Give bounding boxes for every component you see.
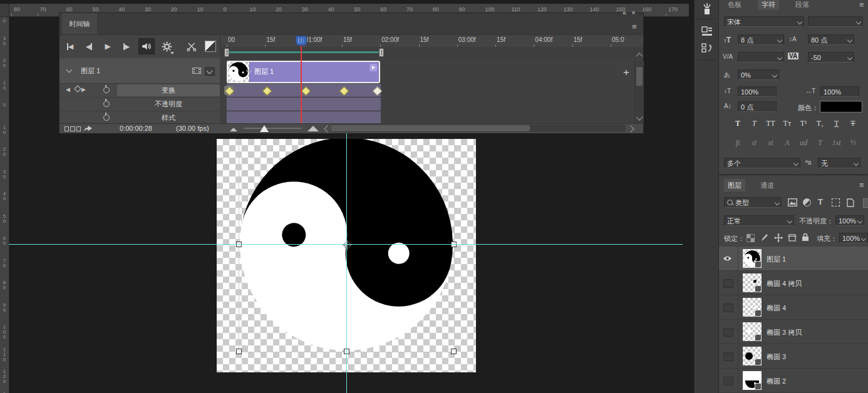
brush-panel-icon[interactable]	[700, 2, 715, 17]
go-to-first-frame-button[interactable]: ◀	[62, 38, 78, 54]
timeline-ruler[interactable]: 0015f01:00f15f02:00f15f03:00f15f04:00f15…	[220, 34, 643, 48]
tab-channels[interactable]: 通道	[757, 179, 778, 191]
video-clip[interactable]: 图层 1	[227, 61, 380, 83]
split-at-playhead-button[interactable]	[183, 38, 200, 54]
transform-handle-bottom-right[interactable]	[451, 349, 457, 354]
layer-row[interactable]: 图层 1	[719, 247, 868, 271]
scrollbar-thumb[interactable]	[636, 67, 643, 86]
opentype-feature-button[interactable]: T	[812, 138, 827, 148]
all-caps-button[interactable]: TT	[763, 119, 778, 128]
language-select[interactable]: 多个	[724, 158, 800, 168]
work-area-start-handle[interactable]	[224, 48, 229, 57]
underline-button[interactable]: T	[829, 119, 844, 128]
collapse-icon[interactable]: «	[623, 9, 631, 16]
faux-bold-button[interactable]: T	[730, 119, 745, 128]
convert-to-frame-animation-button[interactable]	[65, 126, 81, 131]
character-panel-menu-icon[interactable]: ≡	[859, 1, 864, 9]
timeline-settings-button[interactable]	[158, 38, 175, 54]
layer-row[interactable]: 椭圆 3 拷贝	[719, 320, 868, 344]
track-options-dropdown[interactable]	[205, 67, 215, 76]
keyframe-navigator[interactable]: ◀▶	[66, 86, 90, 93]
layer-row[interactable]: 椭圆 3	[719, 344, 868, 369]
tab-layers[interactable]: 图层	[724, 179, 745, 191]
layer-thumbnail[interactable]	[743, 249, 762, 268]
vertical-scale-field[interactable]: 100%	[738, 86, 777, 97]
layer-name[interactable]: 椭圆 3	[767, 352, 786, 362]
previous-frame-button[interactable]: ◀	[81, 38, 97, 54]
strikethrough-button[interactable]: T	[845, 119, 860, 128]
panel-window-controls[interactable]: «×	[623, 9, 641, 16]
horizontal-scale-field[interactable]: 100%	[820, 86, 859, 97]
timeline-panel-menu-icon[interactable]: ≡	[632, 23, 637, 31]
visibility-cell[interactable]	[719, 320, 738, 344]
small-caps-button[interactable]: Tᴛ	[780, 119, 795, 128]
render-video-button[interactable]	[83, 125, 93, 133]
visibility-checkbox[interactable]	[723, 377, 733, 385]
transition-button[interactable]	[202, 38, 219, 54]
attribute-label[interactable]: 样式	[117, 112, 220, 124]
mute-audio-button[interactable]	[138, 38, 155, 54]
opentype-feature-button[interactable]: ad	[796, 138, 811, 148]
visibility-cell[interactable]	[719, 271, 738, 295]
timeline-horizontal-scrollbar[interactable]	[331, 125, 626, 132]
attribute-label[interactable]: 不透明度	[117, 98, 220, 110]
lock-all-icon[interactable]	[802, 233, 809, 243]
libraries-panel-icon[interactable]	[700, 24, 715, 39]
transform-attribute-row[interactable]: ◀▶ 变换	[59, 84, 220, 98]
layer-track-header[interactable]: 图层 1	[59, 58, 220, 84]
ruler-origin-box[interactable]	[0, 4, 9, 17]
playhead[interactable]	[296, 36, 307, 46]
vertical-ruler[interactable]: 4 03 02 01 001 02 03 04 05 06 07 08 09 0…	[0, 4, 9, 393]
layer-thumbnail[interactable]	[743, 273, 762, 292]
visibility-checkbox[interactable]	[723, 304, 733, 312]
filter-smart-objects-icon[interactable]	[847, 198, 854, 208]
filter-adjustment-layers-icon[interactable]	[803, 198, 811, 207]
transform-handle-bottom-left[interactable]	[236, 349, 242, 354]
add-media-button[interactable]: +	[619, 66, 633, 79]
scroll-down-icon[interactable]	[636, 113, 643, 120]
tab-character[interactable]: 字符	[758, 0, 779, 10]
tracking-select[interactable]: -50	[808, 52, 854, 63]
scroll-left-icon[interactable]	[324, 125, 331, 132]
opentype-feature-button[interactable]: A	[780, 138, 795, 148]
kerning-select[interactable]	[738, 52, 784, 63]
layer-name[interactable]: 图层 1	[767, 255, 786, 264]
eye-icon[interactable]	[723, 255, 732, 263]
timeline-vertical-scrollbar[interactable]	[634, 61, 644, 123]
visibility-cell[interactable]	[719, 369, 738, 393]
fill-field[interactable]: 100%	[839, 233, 868, 243]
filter-pixel-layers-icon[interactable]	[788, 198, 797, 208]
filter-type-layers-icon[interactable]: T	[818, 197, 823, 207]
layer-name[interactable]: 椭圆 4	[767, 304, 786, 313]
blend-mode-select[interactable]: 正常	[724, 215, 794, 226]
layer-name[interactable]: 椭圆 3 拷贝	[767, 328, 802, 337]
filter-shape-layers-icon[interactable]	[832, 198, 840, 207]
work-area-end-handle[interactable]	[379, 48, 384, 57]
close-icon[interactable]: ×	[631, 9, 640, 16]
superscript-button[interactable]: T¹	[796, 119, 811, 128]
tab-swatches[interactable]: 色板	[724, 0, 745, 10]
layer-row[interactable]: 椭圆 2	[719, 369, 868, 393]
next-frame-button[interactable]: ▶	[118, 38, 135, 54]
stopwatch-icon[interactable]	[103, 115, 110, 121]
horizontal-guide[interactable]	[9, 244, 683, 245]
keyframe-diamond-icon[interactable]	[74, 85, 81, 92]
tsume-select[interactable]: 0%	[738, 69, 779, 80]
transform-reference-point[interactable]	[344, 242, 351, 248]
lock-transparency-icon[interactable]	[747, 234, 755, 243]
play-button[interactable]: ▶	[100, 38, 116, 54]
layer-thumbnail[interactable]	[743, 322, 762, 341]
timeline-zoom-slider[interactable]	[244, 128, 301, 129]
zoom-in-icon[interactable]	[307, 126, 319, 131]
opentype-feature-button[interactable]: ơ	[747, 138, 762, 148]
visibility-checkbox[interactable]	[723, 279, 733, 288]
zoom-slider-thumb[interactable]	[260, 125, 269, 132]
opentype-feature-button[interactable]: 1st	[829, 138, 844, 148]
layer-name[interactable]: 椭圆 4 拷贝	[767, 279, 802, 288]
layer-filter-select[interactable]: 类型	[724, 197, 782, 208]
collapse-track-icon[interactable]	[66, 67, 73, 73]
opacity-field[interactable]: 100%	[835, 215, 864, 226]
tab-timeline[interactable]: 时间轴	[62, 13, 97, 34]
antialias-select[interactable]: 无	[818, 158, 860, 168]
tab-paragraph[interactable]: 段落	[792, 0, 813, 10]
